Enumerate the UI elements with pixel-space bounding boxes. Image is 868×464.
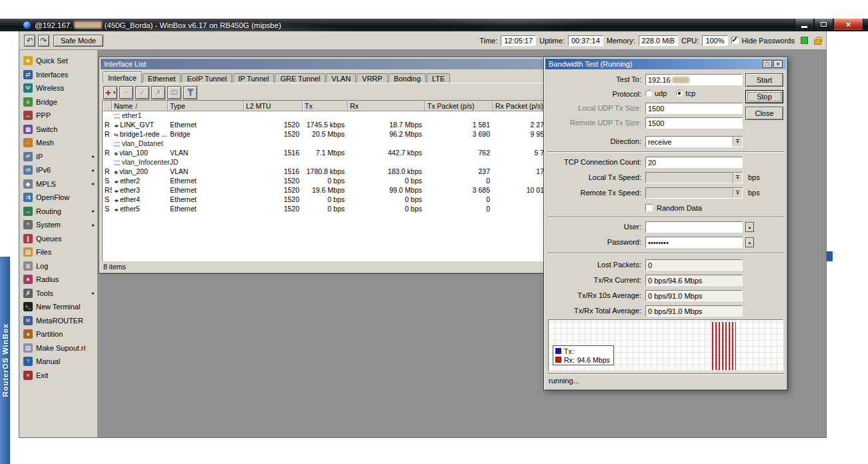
tab-gre-tunnel[interactable]: GRE Tunnel [275, 73, 325, 83]
sidebar-item-manual[interactable]: ? Manual [19, 355, 97, 369]
sidebar-item-mesh[interactable]: ∴ Mesh [19, 136, 97, 150]
window-title-host: @192.167. [35, 21, 72, 29]
close-button[interactable]: × [833, 19, 863, 31]
bandwidth-test-titlebar[interactable]: Bandwidth Test (Running) □ × [545, 59, 786, 69]
radius-icon: ● [23, 275, 33, 284]
protocol-udp-radio[interactable] [645, 90, 652, 97]
sidebar-item-radius[interactable]: ● Radius [19, 273, 97, 287]
column-name[interactable]: Name/ [112, 101, 168, 111]
dialog-close-button[interactable]: × [773, 60, 783, 68]
user-expand-button[interactable]: ▲ [745, 222, 754, 232]
terminal-icon: >_ [23, 302, 33, 311]
sidebar-item-mpls[interactable]: ◆ MPLS ▸ [19, 177, 97, 191]
column-l2mtu[interactable]: L2 MTU [244, 101, 303, 111]
column-rx[interactable]: Rx [348, 101, 425, 111]
sidebar-item-routing[interactable]: → Routing ▸ [19, 205, 97, 219]
log-icon: ≣ [23, 261, 33, 271]
sidebar-item-interfaces[interactable]: ⇄ Interfaces [19, 68, 97, 82]
rx-graph-bars [712, 322, 736, 370]
remote-udp-tx-size-input[interactable]: 1500 [645, 117, 743, 129]
sidebar-item-wireless[interactable]: Ψ Wireless [19, 81, 97, 95]
dialog-close-icon: × [776, 61, 779, 67]
stop-button[interactable]: Stop [745, 90, 783, 103]
time-value: 12:05:17 [501, 35, 536, 46]
user-input[interactable] [645, 221, 743, 233]
sidebar-item-bridge[interactable]: ≡ Bridge [19, 95, 97, 109]
sidebar-item-switch[interactable]: ▦ Switch [19, 123, 97, 137]
test-to-input[interactable]: 192.16 [645, 74, 743, 85]
password-expand-button[interactable]: ▲ [745, 237, 754, 247]
close-dialog-button[interactable]: Close [745, 107, 783, 120]
minimize-button[interactable] [795, 19, 814, 31]
sidebar-item-partition[interactable]: ◕ Partition [19, 327, 97, 341]
local-tx-speed-select[interactable]: ▼ [645, 172, 743, 183]
remove-button[interactable]: − [119, 86, 133, 99]
password-input[interactable]: •••••••• [645, 237, 743, 248]
ethernet-interface-icon: ◂▸ [114, 188, 118, 194]
sidebar-item-exit[interactable]: × Exit [19, 369, 97, 383]
ip-icon: IP [23, 152, 33, 161]
redo-button[interactable]: ↷ [38, 35, 49, 47]
hide-passwords-checkbox[interactable] [731, 37, 739, 44]
lost-packets-label: Lost Packets: [548, 261, 641, 269]
sidebar-item-ipv6[interactable]: v6 IPv6 ▸ [19, 163, 97, 177]
manual-icon: ? [23, 357, 33, 366]
disable-button[interactable]: ✗ [151, 86, 165, 99]
sidebar-item-system[interactable]: * System ▸ [19, 218, 97, 232]
filter-button[interactable] [183, 86, 197, 99]
tcp-connection-count-input[interactable]: 20 [645, 157, 743, 168]
sidebar-item-ppp[interactable]: ↔ PPP [19, 109, 97, 123]
sort-indicator-icon: / [135, 102, 137, 110]
column-type[interactable]: Type [168, 101, 244, 111]
column-flags[interactable] [103, 101, 112, 111]
close-icon: × [846, 19, 851, 29]
start-button[interactable]: Start [745, 73, 783, 87]
interface-list-toolbar: +▾ − ✓ ✗ [103, 85, 197, 99]
winbox-brand-tab [827, 251, 833, 261]
tab-eoip-tunnel[interactable]: EoIP Tunnel [181, 73, 232, 83]
sidebar-item-queues[interactable]: ∥ Queues [19, 232, 97, 246]
direction-dropdown-button[interactable]: ▼ [733, 137, 742, 147]
sidebar-item-quick-set[interactable]: ★ Quick Set [19, 54, 97, 68]
titlebar-glare [413, 19, 613, 31]
window-title: @192.167. (450G_Borda) - WinBox v6.17 on… [35, 21, 281, 29]
tab-vrrp[interactable]: VRRP [357, 73, 388, 83]
field-txrx-current: Tx/Rx Current: 0 bps/94.6 Mbps [548, 275, 783, 286]
sidebar-item-make-supout-rif[interactable]: ▤ Make Supout.rif [19, 341, 97, 355]
sidebar-item-new-terminal[interactable]: >_ New Terminal [19, 300, 97, 314]
interfaces-icon: ⇄ [23, 70, 33, 79]
tab-interface[interactable]: Interface [103, 71, 142, 83]
ipv6-icon: v6 [23, 165, 33, 175]
tab-ip-tunnel[interactable]: IP Tunnel [233, 73, 274, 83]
window-titlebar[interactable]: @192.167. (450G_Borda) - WinBox v6.17 on… [0, 19, 868, 31]
add-button[interactable]: +▾ [103, 86, 117, 99]
tx-color-swatch [555, 348, 561, 354]
column-tx[interactable]: Tx [303, 101, 348, 111]
maximize-button[interactable] [814, 19, 833, 31]
detach-button[interactable]: □ [763, 60, 772, 68]
safe-mode-button[interactable]: Safe Mode [53, 35, 103, 47]
sidebar-item-metarouter[interactable]: M MetaROUTER [19, 314, 97, 328]
local-udp-tx-size-input[interactable]: 1500 [645, 103, 743, 114]
random-data-checkbox[interactable] [645, 204, 653, 211]
sidebar-item-ip[interactable]: IP IP ▸ [19, 150, 97, 164]
sidebar-item-tools[interactable]: ✗ Tools ▸ [19, 287, 97, 301]
comment-button[interactable] [167, 86, 181, 99]
remote-tx-speed-select[interactable]: ▼ [645, 187, 743, 199]
direction-select[interactable]: receive ▼ [645, 136, 743, 147]
tab-ethernet[interactable]: Ethernet [143, 73, 181, 83]
tab-bonding[interactable]: Bonding [389, 73, 426, 83]
sidebar-item-files[interactable]: ▤ Files [19, 245, 97, 259]
remote-tx-speed-dropdown-button[interactable]: ▼ [733, 188, 742, 198]
protocol-tcp-radio[interactable] [676, 90, 683, 97]
tab-vlan[interactable]: VLAN [326, 73, 356, 83]
enable-button[interactable]: ✓ [135, 86, 149, 99]
column-tx-packet[interactable]: Tx Packet (p/s) [425, 101, 493, 111]
sidebar-item-openflow[interactable]: ⇉ OpenFlow [19, 191, 97, 205]
local-tx-speed-dropdown-button[interactable]: ▼ [733, 173, 742, 183]
memory-value: 228.0 MiB [639, 35, 679, 46]
sidebar-item-log[interactable]: ≣ Log [19, 259, 97, 273]
undo-button[interactable]: ↶ [24, 35, 35, 47]
cpu-label: CPU: [681, 37, 699, 45]
tab-lte[interactable]: LTE [427, 73, 450, 83]
